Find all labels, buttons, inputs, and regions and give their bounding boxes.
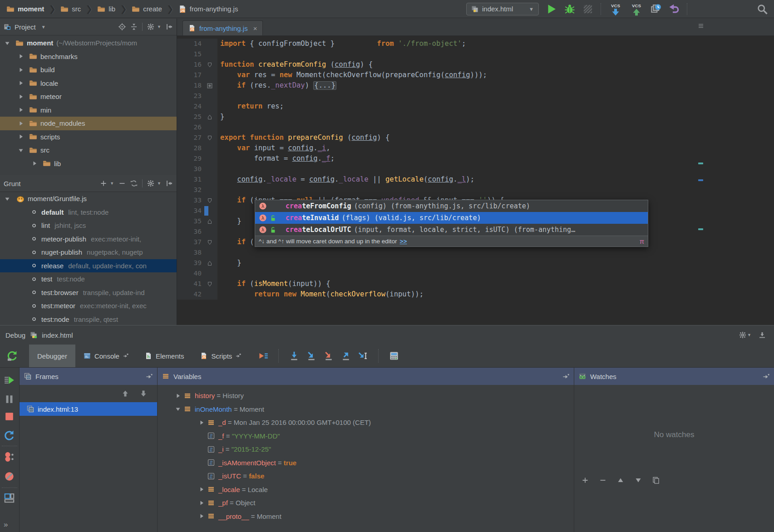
variable-row-_i[interactable]: 1001_i = "2015-12-25" [158,443,574,456]
next-frame-button[interactable] [140,390,147,397]
run-config-select[interactable]: index.html ▼ [466,3,539,15]
fold-gutter[interactable] [204,237,215,247]
stripe-mark[interactable] [698,228,703,230]
variable-row-_isUTC[interactable]: 1001_isUTC = false [158,469,574,483]
hide-panel-button[interactable] [166,23,173,30]
editor-gutter[interactable]: 24 [177,101,217,112]
code-line-15[interactable]: 15 [177,49,774,59]
chevron-right-icon[interactable] [197,486,206,493]
add-task-button[interactable] [100,180,107,187]
chevron-right-icon[interactable] [174,392,182,399]
chevron-right-icon[interactable] [17,79,25,87]
duplicate-watch-button[interactable] [652,477,660,484]
code-line-32[interactable]: 32 [177,185,774,195]
fold-gutter[interactable] [204,39,215,49]
gear-icon[interactable] [147,23,154,30]
chevron-right-icon[interactable] [17,66,25,74]
editor-gutter[interactable]: 40 [177,268,217,279]
fold-gutter[interactable] [204,258,215,268]
dock-panel-button[interactable] [759,331,766,339]
fold-gutter[interactable] [204,195,215,206]
code-line-40[interactable]: 40 [177,268,774,279]
chevron-down-icon[interactable] [174,405,182,413]
move-watch-down-button[interactable] [635,477,642,484]
editor-gutter[interactable]: 31 [177,174,217,185]
fold-gutter[interactable] [204,49,215,59]
editor-gutter[interactable]: 39 [177,258,217,268]
gear-icon[interactable] [147,180,154,187]
fold-gutter[interactable] [204,174,215,185]
restart-button[interactable] [4,430,15,441]
code-line-14[interactable]: 14import { configFromObject } from './fr… [177,39,774,49]
chevron-right-icon[interactable] [17,93,25,100]
code-line-31[interactable]: 31 config._locale = config._locale || ge… [177,174,774,185]
restore-layout-button[interactable] [4,492,15,503]
grunt-task-meteor-publish[interactable]: meteor-publishexec:meteor-init, [0,232,177,246]
pause-button[interactable] [4,394,15,405]
code-line-16[interactable]: 16function createFromConfig (config) { [177,59,774,70]
breadcrumb-item[interactable]: JSfrom-anything.js [178,5,238,13]
chevron-right-icon[interactable] [197,499,206,507]
tree-row-scripts[interactable]: scripts [0,130,177,144]
editor-gutter[interactable]: 23 [177,91,217,101]
code-line-41[interactable]: 41 if (isMoment(input)) { [177,279,774,289]
run-to-cursor-button[interactable] [358,351,368,361]
code-line-18[interactable]: 18 if (res._nextDay) {...} [177,80,774,91]
local-history-button[interactable] [651,4,661,15]
chevron-right-icon[interactable] [17,106,25,113]
hint-more-link[interactable]: >> [400,238,407,245]
editor-gutter[interactable]: 28 [177,143,217,153]
grunt-root-row[interactable]: moment/Gruntfile.js [0,192,177,206]
code-line-23[interactable]: 23 [177,91,774,101]
editor-gutter[interactable]: 32 [177,185,217,195]
code-line-27[interactable]: 27export function prepareConfig (config)… [177,133,774,143]
reload-tasks-button[interactable] [130,180,138,187]
fold-gutter[interactable] [204,101,215,112]
editor-gutter[interactable]: 33 [177,195,217,206]
chevron-right-icon[interactable] [17,53,25,60]
chevron-right-icon[interactable] [31,160,38,167]
close-icon[interactable]: × [253,25,257,32]
code-line-26[interactable]: 26 [177,122,774,133]
tree-row-src[interactable]: src [0,143,177,157]
fold-gutter[interactable] [204,279,215,289]
fold-gutter[interactable] [204,143,215,153]
editor-gutter[interactable]: 41 [177,279,217,289]
frame-row[interactable]: <>index.html:13 [20,402,157,416]
editor-gutter[interactable]: 38 [177,247,217,258]
float-panel-icon[interactable] [763,373,769,380]
editor-gutter[interactable]: 36 [177,227,217,237]
editor-gutter[interactable]: 29 [177,153,217,164]
chevron-down-icon[interactable] [17,147,25,154]
vcs-update-button[interactable]: VCS [609,2,622,16]
stripe-mark[interactable] [698,163,703,164]
grunt-task-test:meteor[interactable]: test:meteorexec:meteor-init, exec [0,299,177,313]
variable-row-_f[interactable]: 1001_f = "YYYY-MM-DD" [158,429,574,443]
tree-row-meteor[interactable]: meteor [0,90,177,103]
code-line-30[interactable]: 30 [177,164,774,174]
chevron-right-icon[interactable] [17,133,25,140]
grunt-task-test[interactable]: testtest:node [0,272,177,286]
coverage-button[interactable] [582,4,593,15]
grunt-task-test:node[interactable]: test:nodetranspile, qtest [0,313,177,325]
completion-item-createLocalOrUTC[interactable]: λcreateLocalOrUTC(input, format, locale,… [255,224,648,236]
completion-item-createFromConfig[interactable]: λcreateFromConfig(config) (from-anything… [255,200,648,212]
fold-gutter[interactable] [204,289,215,300]
tree-row-root[interactable]: moment(~/WebstormProjects/mom [0,36,177,50]
more-icon[interactable]: » [4,520,7,529]
fold-gutter[interactable] [204,153,215,164]
vcs-commit-button[interactable]: VCS [630,2,643,16]
grunt-task-test:browser[interactable]: test:browsertranspile, update-ind [0,286,177,300]
open-in-new-window-icon[interactable] [236,353,241,359]
tree-row-build[interactable]: build [0,63,177,77]
debug-tab-debugger[interactable]: Debugger [29,345,75,367]
search-everywhere-button[interactable] [757,4,768,15]
chevron-right-icon[interactable] [197,419,206,426]
fold-gutter[interactable] [204,59,215,70]
step-out-button[interactable] [341,351,351,361]
step-over-button[interactable] [289,351,299,361]
editor-gutter[interactable]: 35 [177,216,217,227]
debug-tab-elements[interactable]: hElements [137,345,192,367]
grunt-task-nuget-publish[interactable]: nuget-publishnugetpack, nugetp [0,246,177,259]
fold-gutter[interactable] [204,164,215,174]
